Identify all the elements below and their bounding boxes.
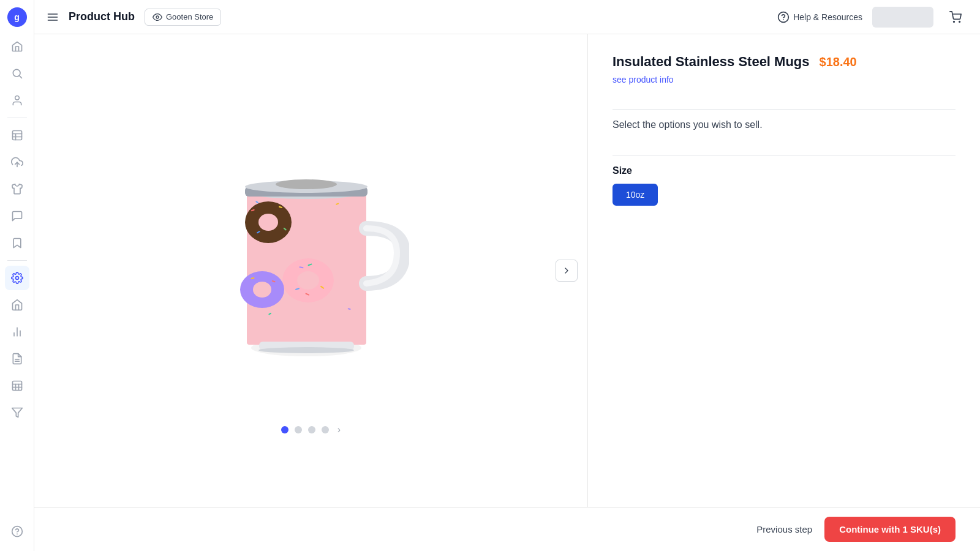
- svg-point-49: [253, 282, 271, 298]
- sidebar-item-upload[interactable]: [5, 150, 29, 174]
- svg-point-2: [15, 96, 19, 100]
- product-title-row: Insulated Stainless Steel Mugs $18.40: [612, 54, 956, 70]
- sidebar-item-tshirt[interactable]: [5, 177, 29, 201]
- svg-point-41: [297, 271, 319, 290]
- svg-point-35: [258, 214, 278, 231]
- size-options: 10oz: [612, 184, 956, 206]
- svg-rect-14: [12, 381, 21, 391]
- store-selector[interactable]: Gooten Store: [145, 9, 221, 26]
- svg-point-60: [276, 179, 337, 189]
- carousel-dot-2[interactable]: [295, 426, 302, 433]
- page-title: Product Hub: [69, 10, 135, 23]
- continue-button[interactable]: Continue with 1 SKU(s): [824, 517, 956, 542]
- sidebar-item-orders[interactable]: [5, 123, 29, 148]
- carousel-dot-4[interactable]: [322, 426, 329, 433]
- svg-marker-19: [12, 408, 22, 418]
- svg-point-28: [954, 21, 955, 22]
- sidebar-item-settings[interactable]: [5, 266, 29, 290]
- size-label: Size: [612, 165, 956, 176]
- divider-2: [612, 155, 956, 156]
- bottom-bar: Previous step Continue with 1 SKU(s): [34, 507, 980, 551]
- sidebar-item-messages[interactable]: [5, 204, 29, 228]
- sidebar-item-table[interactable]: [5, 373, 29, 398]
- carousel-dot-1[interactable]: [281, 426, 288, 433]
- svg-line-1: [19, 76, 21, 78]
- svg-point-8: [15, 277, 18, 280]
- sidebar-item-search[interactable]: [5, 61, 29, 86]
- sidebar-item-report[interactable]: [5, 347, 29, 371]
- main-wrapper: Product Hub Gooten Store Help & Resource…: [34, 0, 980, 551]
- carousel-dots: ›: [281, 424, 341, 435]
- sidebar-item-user[interactable]: [5, 88, 29, 113]
- svg-point-62: [258, 347, 354, 353]
- product-image-container: [152, 106, 470, 412]
- svg-point-25: [156, 16, 159, 18]
- app-logo[interactable]: g: [7, 7, 27, 27]
- divider-1: [612, 109, 956, 110]
- user-button[interactable]: [872, 7, 933, 28]
- size-btn-10oz[interactable]: 10oz: [612, 184, 658, 206]
- carousel-next[interactable]: ›: [337, 424, 341, 435]
- previous-step-button[interactable]: Previous step: [756, 524, 812, 534]
- svg-rect-3: [12, 131, 21, 140]
- sidebar-item-home[interactable]: [5, 34, 29, 59]
- menu-button[interactable]: [47, 11, 59, 23]
- store-label: Gooten Store: [166, 12, 213, 21]
- product-info-link[interactable]: see product info: [612, 75, 956, 84]
- panel-next-arrow[interactable]: [556, 260, 578, 282]
- sidebar-item-store[interactable]: [5, 293, 29, 317]
- sidebar-item-help[interactable]: [5, 519, 29, 544]
- topbar: Product Hub Gooten Store Help & Resource…: [34, 0, 980, 34]
- product-price: $18.40: [820, 55, 857, 69]
- carousel-dot-3[interactable]: [308, 426, 315, 433]
- svg-point-0: [13, 69, 20, 77]
- product-info-panel: Insulated Stainless Steel Mugs $18.40 se…: [588, 34, 980, 507]
- sidebar-item-bookmark[interactable]: [5, 231, 29, 255]
- sidebar: g: [0, 0, 34, 551]
- select-options-text: Select the options you wish to sell.: [612, 119, 956, 130]
- cart-button[interactable]: [943, 5, 968, 29]
- sidebar-item-analytics[interactable]: [5, 320, 29, 344]
- product-image-panel: ›: [34, 34, 588, 507]
- sidebar-divider-2: [7, 260, 27, 261]
- product-title: Insulated Stainless Steel Mugs: [612, 54, 810, 70]
- product-image: [213, 130, 409, 388]
- sidebar-item-filter[interactable]: [5, 400, 29, 425]
- sidebar-divider: [7, 118, 27, 118]
- content-area: › Insulated Stainless Steel Mugs $18.40 …: [34, 34, 980, 507]
- svg-point-29: [959, 21, 960, 22]
- help-button[interactable]: Help & Resources: [777, 11, 862, 23]
- help-label: Help & Resources: [793, 12, 862, 22]
